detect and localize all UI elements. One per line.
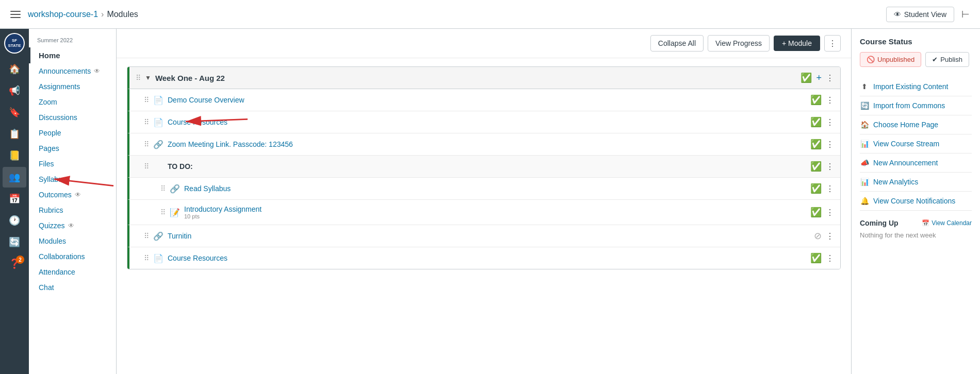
item-kebab-button[interactable]: ⋮: [826, 184, 834, 194]
collapse-all-button[interactable]: Collapse All: [650, 35, 704, 52]
item-status: ⊘ ⋮: [814, 230, 834, 242]
module-drag-handle[interactable]: ⠿: [136, 74, 141, 82]
sidebar-choose-home-page[interactable]: 🏠 Choose Home Page: [860, 115, 972, 134]
item-title[interactable]: Course Resources: [168, 118, 806, 126]
hamburger-menu[interactable]: [8, 9, 23, 20]
nav-item-modules[interactable]: Modules: [29, 233, 116, 249]
item-title[interactable]: Read Syllabus: [184, 184, 806, 193]
choose-home-icon: 🏠: [860, 121, 869, 129]
nav-item-discussions[interactable]: Discussions: [29, 110, 116, 125]
main-layout: SFSTATE 🏠 📢 🔖 📋 📒 👥 📅 🕐 🔄 ❓ 2 Summer 202…: [0, 29, 980, 374]
sidebar-new-analytics[interactable]: 📊 New Analytics: [860, 173, 972, 192]
sidebar-icon-help[interactable]: ❓ 2: [3, 253, 26, 274]
sidebar-import-commons[interactable]: 🔄 Import from Commons: [860, 96, 972, 115]
item-drag-handle[interactable]: ⠿: [144, 118, 149, 126]
module-block-week-one: ⠿ ▼ Week One - Aug 22 ✅ + ⋮ ⠿ 📄 Demo Cou…: [127, 66, 841, 269]
nav-item-syllabus[interactable]: Syllabus: [29, 172, 116, 187]
nav-item-rubrics[interactable]: Rubrics: [29, 202, 116, 218]
breadcrumb: workshop-course-1 › Modules: [28, 10, 138, 19]
item-published-check: ✅: [810, 116, 822, 128]
collapse-nav-button[interactable]: ⊢: [959, 7, 972, 22]
announcements-eye-icon: 👁: [94, 67, 100, 75]
nav-item-collaborations[interactable]: Collaborations: [29, 249, 116, 264]
sidebar-icon-people[interactable]: 👥: [3, 167, 26, 188]
content-header-kebab[interactable]: ⋮: [824, 35, 841, 52]
coming-up-empty: Nothing for the next week: [860, 231, 972, 239]
student-view-button[interactable]: 👁 Student View: [886, 7, 954, 22]
item-kebab-button[interactable]: ⋮: [826, 95, 834, 105]
add-module-button[interactable]: + Module: [774, 36, 820, 51]
text-navigation: Summer 2022 Home Announcements 👁 Assignm…: [29, 29, 117, 374]
module-kebab-button[interactable]: ⋮: [826, 73, 834, 83]
item-title[interactable]: TO DO:: [168, 162, 806, 171]
unpublished-icon: 🚫: [867, 56, 875, 63]
module-item-todo-header: ⠿ TO DO: ✅ ⋮: [127, 156, 840, 178]
page-icon: 📄: [153, 253, 164, 263]
modules-container: ⠿ ▼ Week One - Aug 22 ✅ + ⋮ ⠿ 📄 Demo Cou…: [117, 58, 851, 374]
analytics-icon: 📊: [860, 178, 869, 186]
page-icon: 📄: [153, 95, 164, 105]
sidebar-new-announcement[interactable]: 📣 New Announcement: [860, 154, 972, 173]
nav-item-chat[interactable]: Chat: [29, 280, 116, 295]
sidebar-icon-home[interactable]: 🏠: [3, 59, 26, 79]
item-published-check: ✅: [810, 139, 822, 150]
item-drag-handle[interactable]: ⠿: [160, 184, 166, 193]
sidebar-view-course-notifications[interactable]: 🔔 View Course Notifications: [860, 192, 972, 211]
item-drag-handle[interactable]: ⠿: [144, 162, 149, 171]
sidebar-icon-calendar[interactable]: 📅: [3, 189, 26, 209]
right-sidebar: Course Status 🚫 Unpublished ✔ Publish ⬆ …: [851, 29, 980, 374]
unpublished-button[interactable]: 🚫 Unpublished: [860, 52, 921, 67]
nav-item-people[interactable]: People: [29, 125, 116, 141]
view-progress-button[interactable]: View Progress: [708, 35, 770, 52]
item-unpublished-icon: ⊘: [814, 230, 822, 242]
nav-item-files[interactable]: Files: [29, 156, 116, 172]
item-drag-handle[interactable]: ⠿: [144, 254, 149, 262]
nav-item-outcomes[interactable]: Outcomes 👁: [29, 187, 116, 202]
item-title[interactable]: Introductory Assignment: [184, 205, 806, 213]
coming-up-section: Coming Up 📅 View Calendar Nothing for th…: [860, 219, 972, 239]
module-add-item-button[interactable]: +: [816, 73, 822, 83]
sidebar-view-course-stream[interactable]: 📊 View Course Stream: [860, 134, 972, 154]
item-kebab-button[interactable]: ⋮: [826, 162, 834, 172]
breadcrumb-course-link[interactable]: workshop-course-1: [28, 10, 98, 19]
item-drag-handle[interactable]: ⠿: [144, 96, 149, 104]
nav-item-attendance[interactable]: Attendance: [29, 264, 116, 280]
coming-up-title: Coming Up: [860, 219, 899, 227]
nav-item-pages[interactable]: Pages: [29, 141, 116, 156]
item-drag-handle[interactable]: ⠿: [144, 232, 149, 240]
item-title[interactable]: Zoom Meeting Link. Passcode: 123456: [168, 140, 806, 148]
view-calendar-link[interactable]: 📅 View Calendar: [922, 219, 972, 227]
item-drag-handle[interactable]: ⠿: [144, 140, 149, 148]
item-status: ✅ ⋮: [810, 252, 834, 264]
sidebar-icon-bookmark[interactable]: 🔖: [3, 102, 26, 123]
sidebar-icon-notebook[interactable]: 📒: [3, 145, 26, 166]
sidebar-icon-clock[interactable]: 🕐: [3, 210, 26, 231]
item-title[interactable]: Demo Course Overview: [168, 96, 806, 104]
sidebar-icon-announcements[interactable]: 📢: [3, 80, 26, 101]
module-expand-icon[interactable]: ▼: [145, 74, 151, 81]
sidebar-icon-assignments[interactable]: 📋: [3, 124, 26, 144]
item-published-check: ✅: [810, 207, 822, 218]
item-title[interactable]: Turnitin: [168, 232, 810, 240]
nav-item-zoom[interactable]: Zoom: [29, 94, 116, 110]
item-kebab-button[interactable]: ⋮: [826, 208, 834, 217]
sidebar-icon-refresh[interactable]: 🔄: [3, 232, 26, 252]
nav-item-quizzes[interactable]: Quizzes 👁: [29, 218, 116, 233]
item-kebab-button[interactable]: ⋮: [826, 117, 834, 127]
sidebar-import-existing[interactable]: ⬆ Import Existing Content: [860, 77, 972, 96]
notifications-icon: 🔔: [860, 197, 869, 205]
publish-button[interactable]: ✔ Publish: [925, 52, 969, 67]
item-title-block: Read Syllabus: [184, 184, 806, 193]
sfstate-logo: SFSTATE: [4, 33, 25, 54]
item-kebab-button[interactable]: ⋮: [826, 253, 834, 263]
top-navigation: workshop-course-1 › Modules 👁 Student Vi…: [0, 0, 980, 29]
item-kebab-button[interactable]: ⋮: [826, 231, 834, 241]
item-title[interactable]: Course Resources: [168, 254, 806, 262]
nav-item-home[interactable]: Home: [29, 47, 116, 63]
content-area: Collapse All View Progress + Module ⋮ ⠿ …: [117, 29, 851, 374]
item-drag-handle[interactable]: ⠿: [160, 208, 166, 216]
course-stream-icon: 📊: [860, 140, 869, 148]
item-kebab-button[interactable]: ⋮: [826, 140, 834, 149]
nav-item-assignments[interactable]: Assignments: [29, 79, 116, 94]
nav-item-announcements[interactable]: Announcements 👁: [29, 63, 116, 79]
